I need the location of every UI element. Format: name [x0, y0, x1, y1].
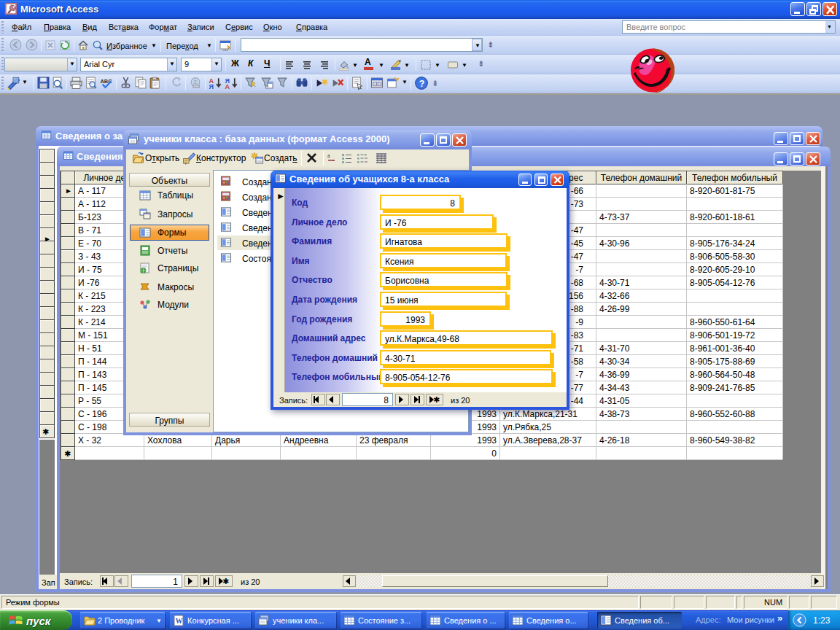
svg-text:ᵃ: ᵃ — [327, 153, 330, 160]
svg-text:?: ? — [419, 79, 425, 89]
svg-text:✱: ✱ — [222, 577, 229, 586]
svg-text:W: W — [175, 617, 182, 625]
svg-text:ₐ: ₐ — [332, 157, 335, 162]
svg-text:Я: Я — [209, 83, 214, 90]
svg-text:А: А — [225, 83, 230, 90]
svg-text:✱: ✱ — [433, 395, 440, 404]
